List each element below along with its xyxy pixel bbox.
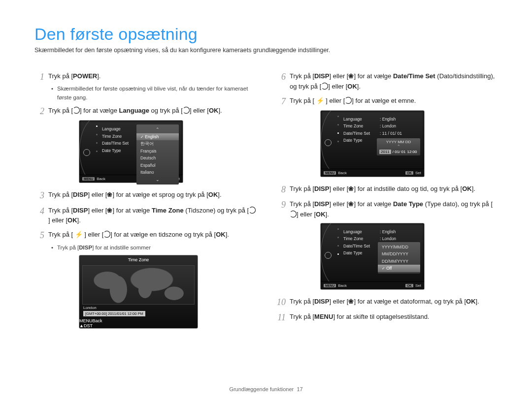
- step-3: 3 Tryk på [DISP] eller [❀] for at vælge …: [34, 190, 256, 201]
- page-footer: Grundlæggende funktioner 17: [0, 386, 532, 392]
- power-label: POWER: [73, 72, 97, 80]
- intro-text: Skærmbilledet for den første opsætning v…: [34, 47, 498, 54]
- ok-button[interactable]: OK: [405, 171, 413, 175]
- macro-icon: ❀: [348, 298, 354, 305]
- settings-menu: Language Time Zone Date/Time Set Date Ty…: [102, 125, 129, 154]
- flash-icon: ⚡: [75, 231, 83, 238]
- menu-label: MENU: [314, 313, 333, 320]
- timer-icon: [290, 211, 297, 217]
- language-screen: Language Time Zone Date/Time Set Date Ty…: [79, 120, 183, 183]
- tz-datetime: [GMT+00:00] 2011/01/01 12:00 PM: [83, 311, 145, 316]
- menu-button[interactable]: MENU: [79, 318, 93, 323]
- step-1-note: Skærmbilledet for første opsætning vil b…: [51, 85, 256, 102]
- step-10: 10 Tryk på [DISP] eller [❀] for at vælge…: [276, 297, 498, 308]
- timer-icon: [249, 207, 256, 214]
- step-7: 7 Tryk på [ ⚡ ] eller [] for at vælge et…: [276, 96, 498, 107]
- step-11: 11 Tryk på [MENU] for at skifte til opta…: [276, 312, 498, 323]
- page-title: Den første opsætning: [34, 25, 498, 44]
- ok-button[interactable]: OK: [405, 284, 413, 287]
- timer-icon: [345, 97, 352, 104]
- left-column: 1 Tryk på [POWER]. Skærmbilledet for før…: [34, 67, 256, 336]
- step-5-note: Tryk på [DISP] for at indstille sommer: [51, 244, 256, 252]
- world-map: [82, 265, 195, 305]
- step-5: 5 Tryk på [ ⚡ ] eller [] for at vælge en…: [34, 230, 256, 241]
- macro-icon: ❀: [348, 185, 354, 192]
- menu-button[interactable]: MENU: [324, 284, 336, 287]
- right-column: 6 Tryk på [DISP] eller [❀] for at vælge …: [276, 67, 498, 336]
- gear-icon: [325, 252, 332, 259]
- step-2: 2 Tryk på [] for at vælge Language og tr…: [34, 106, 256, 117]
- timezone-screen: Time Zone London [GMT+00:00] 2011/01/01 …: [79, 255, 198, 329]
- datetime-screen: Language Time Zone Date/Time Set Date Ty…: [320, 110, 425, 177]
- tz-city: London: [79, 306, 198, 311]
- gear-icon: [325, 139, 332, 146]
- macro-icon: ❀: [107, 207, 112, 214]
- macro-icon: ❀: [348, 200, 354, 208]
- timer-icon: [183, 107, 190, 114]
- step-4: 4 Tryk på [DISP] eller [❀] for at vælge …: [34, 206, 256, 226]
- datetype-screen: Language Time Zone Date/Time Set Date Ty…: [320, 223, 425, 290]
- timer-icon: [103, 231, 110, 238]
- macro-icon: ❀: [107, 191, 112, 198]
- language-options[interactable]: ⌃ English 한국어 Français Deutsch Español I…: [136, 124, 179, 185]
- flash-icon: ⚡: [316, 97, 324, 104]
- menu-button[interactable]: MENU: [324, 171, 336, 175]
- date-editor[interactable]: YYYY MM DD ⌃ 2011 / 01/ 01 12:00: [377, 138, 420, 155]
- step-8: 8 Tryk på [DISP] eller [❀] for at indsti…: [276, 184, 498, 195]
- ok-label: OK: [209, 107, 219, 114]
- datetype-options[interactable]: YYYY/MM/DD MM/DD/YYYY DD/MM/YYYY Off: [378, 242, 420, 274]
- timer-icon: [73, 107, 80, 114]
- step-1: 1 Tryk på [POWER].: [34, 71, 256, 83]
- macro-icon: ❀: [348, 72, 354, 80]
- menu-button[interactable]: MENU: [82, 177, 95, 181]
- timer-icon: [321, 83, 328, 90]
- step-9: 9 Tryk på [DISP] eller [❀] for at vælge …: [276, 199, 498, 220]
- step-6: 6 Tryk på [DISP] eller [❀] for at vælge …: [276, 71, 498, 92]
- up-button[interactable]: ▲: [79, 323, 84, 328]
